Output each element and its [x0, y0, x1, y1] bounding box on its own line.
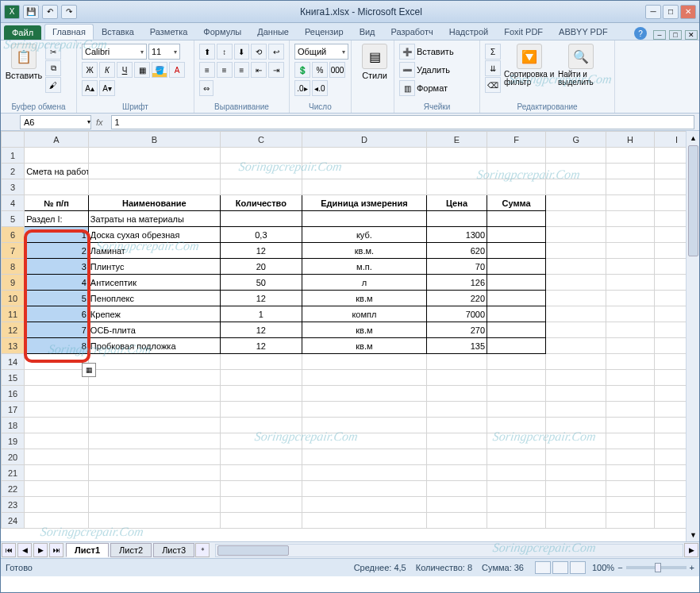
row-header-9[interactable]: 9	[2, 275, 25, 291]
zoom-slider[interactable]	[626, 566, 687, 569]
cell[interactable]	[88, 402, 220, 418]
row-header-1[interactable]: 1	[2, 148, 25, 164]
font-name-combo[interactable]: Calibri▾	[82, 44, 147, 60]
copy-icon[interactable]: ⧉	[45, 60, 61, 76]
cell[interactable]	[302, 449, 426, 465]
select-all-corner[interactable]	[2, 132, 25, 148]
col-header-G[interactable]: G	[546, 132, 606, 148]
sheet-tab-1[interactable]: Лист1	[66, 543, 109, 557]
cell[interactable]	[220, 179, 302, 195]
cell[interactable]	[88, 354, 220, 370]
row-header-2[interactable]: 2	[2, 164, 25, 179]
scroll-down-icon[interactable]: ▼	[687, 528, 699, 541]
row-header-20[interactable]: 20	[2, 449, 25, 465]
cell[interactable]	[302, 513, 426, 529]
indent-dec-icon[interactable]: ⇤	[251, 62, 267, 78]
zoom-out-button[interactable]: −	[617, 563, 622, 572]
cell[interactable]	[606, 481, 655, 497]
row-header-11[interactable]: 11	[2, 306, 25, 322]
minimize-button[interactable]: ─	[645, 5, 661, 19]
cell[interactable]	[487, 370, 546, 386]
align-center-icon[interactable]: ≡	[217, 62, 233, 78]
row-header-24[interactable]: 24	[2, 513, 25, 529]
cell[interactable]	[220, 164, 302, 179]
cell[interactable]	[487, 418, 546, 433]
worksheet-grid[interactable]: ABCDEFGHI12Смета на работы34№ п/пНаимено…	[1, 131, 699, 542]
percent-icon[interactable]: %	[312, 62, 328, 78]
col-header-C[interactable]: C	[220, 132, 302, 148]
cell[interactable]	[88, 179, 220, 195]
fill-color-button[interactable]: 🪣	[152, 62, 167, 78]
row-header-23[interactable]: 23	[2, 497, 25, 513]
help-icon[interactable]: ?	[634, 27, 647, 40]
cell[interactable]	[487, 164, 546, 179]
align-top-icon[interactable]: ⬆	[199, 44, 215, 60]
cell[interactable]	[25, 418, 89, 433]
undo-icon[interactable]: ↶	[42, 5, 58, 19]
row-header-6[interactable]: 6	[2, 227, 25, 243]
tab-view[interactable]: Вид	[352, 24, 383, 40]
cell[interactable]	[546, 354, 606, 370]
col-header-H[interactable]: H	[606, 132, 655, 148]
cell[interactable]	[426, 433, 487, 449]
format-painter-icon[interactable]: 🖌	[45, 77, 61, 93]
cell[interactable]	[606, 433, 655, 449]
row-header-16[interactable]: 16	[2, 386, 25, 402]
align-middle-icon[interactable]: ↕	[217, 44, 233, 60]
scroll-thumb-v[interactable]	[688, 145, 698, 256]
formula-bar[interactable]: 1	[111, 115, 694, 129]
view-layout-icon[interactable]	[552, 561, 568, 574]
row-header-17[interactable]: 17	[2, 402, 25, 418]
cell[interactable]	[546, 481, 606, 497]
cell[interactable]	[220, 386, 302, 402]
col-header-D[interactable]: D	[302, 132, 426, 148]
currency-icon[interactable]: 💲	[294, 62, 310, 78]
col-header-E[interactable]: E	[426, 132, 487, 148]
sort-filter-button[interactable]: 🔽 Сортировка и фильтр	[504, 44, 555, 87]
cell[interactable]	[220, 370, 302, 386]
increase-decimal-icon[interactable]: .0▸	[294, 80, 310, 96]
delete-cells-icon[interactable]: ➖	[399, 62, 415, 78]
tab-insert[interactable]: Вставка	[94, 24, 142, 40]
cell[interactable]	[546, 164, 606, 179]
cell[interactable]	[487, 433, 546, 449]
align-bottom-icon[interactable]: ⬇	[234, 44, 250, 60]
cell[interactable]	[25, 449, 89, 465]
cell[interactable]	[220, 497, 302, 513]
cell[interactable]	[220, 402, 302, 418]
cell[interactable]	[88, 418, 220, 433]
tab-addins[interactable]: Надстрой	[441, 24, 496, 40]
decrease-decimal-icon[interactable]: ◂.0	[312, 80, 328, 96]
scroll-thumb-h[interactable]	[217, 545, 289, 556]
sheet-nav-first-icon[interactable]: ⏮	[2, 543, 16, 557]
underline-button[interactable]: Ч	[117, 62, 133, 78]
align-left-icon[interactable]: ≡	[199, 62, 215, 78]
bold-button[interactable]: Ж	[82, 62, 98, 78]
cell-A10[interactable]: 5	[25, 291, 89, 306]
close-button[interactable]: ✕	[680, 5, 696, 19]
align-right-icon[interactable]: ≡	[234, 62, 250, 78]
cell[interactable]	[88, 386, 220, 402]
cell[interactable]	[487, 481, 546, 497]
view-normal-icon[interactable]	[535, 561, 551, 574]
sheet-nav-next-icon[interactable]: ▶	[33, 543, 48, 557]
cell[interactable]	[606, 386, 655, 402]
save-icon[interactable]: 💾	[23, 5, 39, 19]
cell[interactable]	[25, 513, 89, 529]
sheet-nav-last-icon[interactable]: ⏭	[49, 543, 63, 557]
paste-button[interactable]: 📋 Вставить	[6, 44, 42, 80]
cell[interactable]	[426, 179, 487, 195]
orientation-icon[interactable]: ⟲	[251, 44, 267, 60]
comma-icon[interactable]: 000	[329, 62, 345, 78]
cell-A12[interactable]: 7	[25, 322, 89, 338]
row-header-8[interactable]: 8	[2, 259, 25, 275]
cell[interactable]	[426, 418, 487, 433]
cell[interactable]	[606, 513, 655, 529]
row-header-15[interactable]: 15	[2, 370, 25, 386]
row-header-3[interactable]: 3	[2, 179, 25, 195]
tab-formulas[interactable]: Формулы	[195, 24, 249, 40]
cell[interactable]	[426, 465, 487, 481]
find-select-button[interactable]: 🔍 Найти и выделить	[558, 44, 604, 87]
cell[interactable]	[606, 402, 655, 418]
shrink-font-icon[interactable]: A▾	[99, 80, 115, 96]
